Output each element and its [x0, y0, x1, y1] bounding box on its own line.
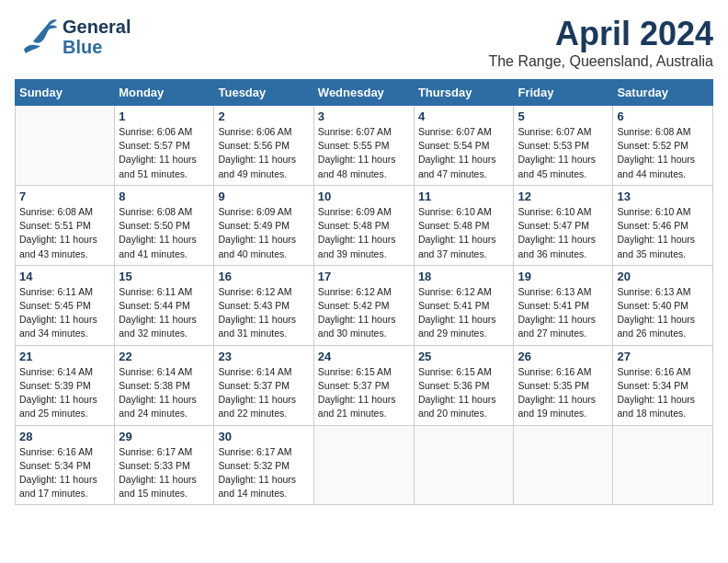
calendar-cell: 9Sunrise: 6:09 AM Sunset: 5:49 PM Daylig…	[214, 185, 313, 265]
logo-blue-text: Blue	[63, 37, 131, 57]
day-info: Sunrise: 6:09 AM Sunset: 5:49 PM Dayligh…	[218, 205, 309, 261]
day-number: 19	[518, 270, 609, 283]
calendar-cell: 19Sunrise: 6:13 AM Sunset: 5:41 PM Dayli…	[514, 265, 613, 345]
header-tuesday: Tuesday	[214, 80, 313, 106]
day-info: Sunrise: 6:07 AM Sunset: 5:55 PM Dayligh…	[318, 125, 410, 181]
day-info: Sunrise: 6:06 AM Sunset: 5:57 PM Dayligh…	[119, 125, 210, 181]
day-info: Sunrise: 6:11 AM Sunset: 5:45 PM Dayligh…	[19, 285, 110, 341]
day-info: Sunrise: 6:13 AM Sunset: 5:40 PM Dayligh…	[617, 285, 709, 341]
day-number: 8	[119, 190, 210, 203]
calendar-cell: 22Sunrise: 6:14 AM Sunset: 5:38 PM Dayli…	[115, 345, 214, 425]
day-number: 12	[518, 190, 609, 203]
day-info: Sunrise: 6:14 AM Sunset: 5:38 PM Dayligh…	[119, 365, 210, 421]
day-number: 24	[318, 350, 410, 363]
calendar-cell: 18Sunrise: 6:12 AM Sunset: 5:41 PM Dayli…	[414, 265, 514, 345]
day-info: Sunrise: 6:11 AM Sunset: 5:44 PM Dayligh…	[119, 285, 210, 341]
day-info: Sunrise: 6:16 AM Sunset: 5:35 PM Dayligh…	[518, 365, 609, 421]
day-number: 11	[418, 190, 510, 203]
calendar-cell: 10Sunrise: 6:09 AM Sunset: 5:48 PM Dayli…	[313, 185, 414, 265]
calendar-cell: 11Sunrise: 6:10 AM Sunset: 5:48 PM Dayli…	[414, 185, 514, 265]
calendar-cell: 7Sunrise: 6:08 AM Sunset: 5:51 PM Daylig…	[16, 185, 115, 265]
day-number: 3	[318, 109, 410, 123]
day-info: Sunrise: 6:12 AM Sunset: 5:43 PM Dayligh…	[218, 285, 309, 341]
day-info: Sunrise: 6:08 AM Sunset: 5:52 PM Dayligh…	[617, 125, 709, 181]
day-number: 5	[518, 109, 609, 123]
calendar-cell: 17Sunrise: 6:12 AM Sunset: 5:42 PM Dayli…	[313, 265, 414, 345]
week-row-3: 21Sunrise: 6:14 AM Sunset: 5:39 PM Dayli…	[16, 345, 713, 425]
week-row-4: 28Sunrise: 6:16 AM Sunset: 5:34 PM Dayli…	[16, 425, 713, 505]
calendar-cell: 1Sunrise: 6:06 AM Sunset: 5:57 PM Daylig…	[115, 106, 214, 186]
calendar-cell: 16Sunrise: 6:12 AM Sunset: 5:43 PM Dayli…	[214, 265, 313, 345]
day-info: Sunrise: 6:16 AM Sunset: 5:34 PM Dayligh…	[19, 445, 110, 501]
day-number: 17	[318, 270, 410, 283]
title-section: April 2024 The Range, Queensland, Austra…	[488, 15, 713, 70]
day-number: 7	[19, 190, 110, 203]
logo-text: General Blue	[63, 17, 131, 57]
location-text: The Range, Queensland, Australia	[488, 53, 713, 70]
calendar-cell: 30Sunrise: 6:17 AM Sunset: 5:32 PM Dayli…	[214, 425, 313, 505]
page-header: General Blue April 2024 The Range, Queen…	[15, 15, 713, 70]
day-number: 28	[19, 430, 110, 443]
day-number: 4	[418, 109, 510, 123]
day-info: Sunrise: 6:08 AM Sunset: 5:50 PM Dayligh…	[119, 205, 210, 261]
month-year-title: April 2024	[488, 15, 713, 53]
calendar-cell: 14Sunrise: 6:11 AM Sunset: 5:45 PM Dayli…	[16, 265, 115, 345]
calendar-header-row: SundayMondayTuesdayWednesdayThursdayFrid…	[16, 80, 713, 106]
day-number: 13	[617, 190, 709, 203]
day-number: 29	[119, 430, 210, 443]
day-info: Sunrise: 6:07 AM Sunset: 5:53 PM Dayligh…	[518, 125, 609, 181]
calendar-cell: 25Sunrise: 6:15 AM Sunset: 5:36 PM Dayli…	[414, 345, 514, 425]
day-number: 30	[218, 430, 309, 443]
day-info: Sunrise: 6:14 AM Sunset: 5:39 PM Dayligh…	[19, 365, 110, 421]
day-info: Sunrise: 6:15 AM Sunset: 5:36 PM Dayligh…	[418, 365, 510, 421]
day-number: 20	[617, 270, 709, 283]
calendar-cell	[514, 425, 613, 505]
day-info: Sunrise: 6:16 AM Sunset: 5:34 PM Dayligh…	[617, 365, 709, 421]
calendar-cell: 6Sunrise: 6:08 AM Sunset: 5:52 PM Daylig…	[613, 106, 713, 186]
calendar-cell: 13Sunrise: 6:10 AM Sunset: 5:46 PM Dayli…	[613, 185, 713, 265]
day-info: Sunrise: 6:10 AM Sunset: 5:46 PM Dayligh…	[617, 205, 709, 261]
day-info: Sunrise: 6:10 AM Sunset: 5:48 PM Dayligh…	[418, 205, 510, 261]
day-number: 14	[19, 270, 110, 283]
header-friday: Friday	[514, 80, 613, 106]
header-wednesday: Wednesday	[313, 80, 414, 106]
calendar-cell	[16, 106, 115, 186]
calendar-cell: 12Sunrise: 6:10 AM Sunset: 5:47 PM Dayli…	[514, 185, 613, 265]
day-info: Sunrise: 6:14 AM Sunset: 5:37 PM Dayligh…	[218, 365, 309, 421]
day-number: 21	[19, 350, 110, 363]
calendar-cell	[313, 425, 414, 505]
header-monday: Monday	[115, 80, 214, 106]
day-number: 16	[218, 270, 309, 283]
day-info: Sunrise: 6:09 AM Sunset: 5:48 PM Dayligh…	[318, 205, 410, 261]
week-row-0: 1Sunrise: 6:06 AM Sunset: 5:57 PM Daylig…	[16, 106, 713, 186]
header-thursday: Thursday	[414, 80, 514, 106]
calendar-cell	[613, 425, 713, 505]
day-number: 10	[318, 190, 410, 203]
calendar-cell: 15Sunrise: 6:11 AM Sunset: 5:44 PM Dayli…	[115, 265, 214, 345]
day-number: 15	[119, 270, 210, 283]
day-info: Sunrise: 6:15 AM Sunset: 5:37 PM Dayligh…	[318, 365, 410, 421]
day-info: Sunrise: 6:13 AM Sunset: 5:41 PM Dayligh…	[518, 285, 609, 341]
week-row-1: 7Sunrise: 6:08 AM Sunset: 5:51 PM Daylig…	[16, 185, 713, 265]
day-info: Sunrise: 6:08 AM Sunset: 5:51 PM Dayligh…	[19, 205, 110, 261]
calendar-table: SundayMondayTuesdayWednesdayThursdayFrid…	[15, 79, 713, 505]
calendar-cell: 21Sunrise: 6:14 AM Sunset: 5:39 PM Dayli…	[16, 345, 115, 425]
day-info: Sunrise: 6:17 AM Sunset: 5:32 PM Dayligh…	[218, 445, 309, 501]
header-saturday: Saturday	[613, 80, 713, 106]
day-number: 25	[418, 350, 510, 363]
logo: General Blue	[15, 15, 131, 59]
calendar-cell: 20Sunrise: 6:13 AM Sunset: 5:40 PM Dayli…	[613, 265, 713, 345]
logo-bird-icon	[15, 15, 59, 59]
calendar-cell: 26Sunrise: 6:16 AM Sunset: 5:35 PM Dayli…	[514, 345, 613, 425]
calendar-cell: 4Sunrise: 6:07 AM Sunset: 5:54 PM Daylig…	[414, 106, 514, 186]
day-number: 6	[617, 109, 709, 123]
calendar-cell: 2Sunrise: 6:06 AM Sunset: 5:56 PM Daylig…	[214, 106, 313, 186]
header-sunday: Sunday	[16, 80, 115, 106]
day-info: Sunrise: 6:06 AM Sunset: 5:56 PM Dayligh…	[218, 125, 309, 181]
calendar-cell: 24Sunrise: 6:15 AM Sunset: 5:37 PM Dayli…	[313, 345, 414, 425]
day-number: 2	[218, 109, 309, 123]
day-info: Sunrise: 6:17 AM Sunset: 5:33 PM Dayligh…	[119, 445, 210, 501]
day-info: Sunrise: 6:12 AM Sunset: 5:42 PM Dayligh…	[318, 285, 410, 341]
day-number: 18	[418, 270, 510, 283]
calendar-cell: 27Sunrise: 6:16 AM Sunset: 5:34 PM Dayli…	[613, 345, 713, 425]
